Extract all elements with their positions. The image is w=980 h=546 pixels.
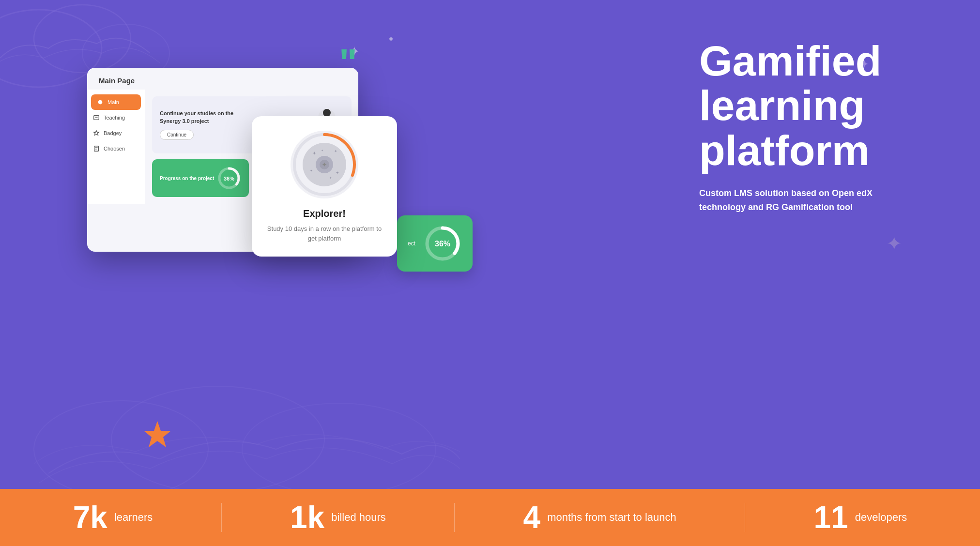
- heading-line3: platform: [699, 128, 941, 173]
- svg-point-11: [323, 109, 331, 117]
- choosen-icon: [93, 145, 100, 152]
- svg-rect-7: [94, 146, 99, 152]
- sub-heading: Custom LMS solution based on Open edX te…: [699, 186, 883, 214]
- sidebar-item-teaching[interactable]: Teaching: [87, 110, 145, 125]
- explorer-badge-inner: ✦ ✦ ✦ ✦ ✦ ✦ ✦: [303, 143, 346, 186]
- svg-text:36%: 36%: [435, 240, 450, 248]
- explorer-card-title: Explorer!: [263, 208, 385, 219]
- lms-sidebar: Main Teaching Badgey: [87, 90, 145, 204]
- progress-card-floating: ect 36%: [397, 215, 473, 272]
- main-heading: Gamified learning platform: [699, 39, 941, 173]
- right-content: Gamified learning platform Custom LMS so…: [699, 39, 941, 214]
- home-icon: [97, 99, 104, 106]
- badgey-icon: [93, 130, 100, 136]
- svg-point-1: [34, 5, 131, 73]
- progress-circle-floating-svg: 36%: [423, 224, 462, 263]
- stat-learners: 7k learners: [73, 502, 153, 533]
- stat-learners-label: learners: [114, 511, 153, 524]
- course-card-title: Continue your studies on the Synergy 3.0…: [160, 110, 237, 125]
- orange-star-decoration: [143, 420, 172, 449]
- svg-point-4: [98, 100, 103, 105]
- progress-circle-container: 36%: [217, 166, 241, 190]
- bottom-stats-bar: 7k learners 1k billed hours 4 months fro…: [0, 489, 980, 546]
- progress-card-label: Progress on the project: [160, 175, 214, 182]
- teaching-icon: [93, 114, 100, 121]
- svg-rect-5: [94, 116, 99, 120]
- heading-line2: learning: [699, 83, 941, 128]
- sidebar-item-main[interactable]: Main: [91, 94, 141, 110]
- cloud-bottom-decoration: [24, 352, 460, 507]
- stat-divider-3: [745, 503, 745, 532]
- stat-billed-hours: 1k billed hours: [290, 502, 386, 533]
- sidebar-item-choosen[interactable]: Choosen: [87, 141, 145, 156]
- continue-button[interactable]: Continue: [160, 130, 194, 140]
- lms-panel-title: Main Page: [99, 76, 347, 85]
- stat-months-label: months from start to launch: [547, 511, 676, 524]
- stat-months-number: 4: [523, 502, 541, 533]
- svg-text:✦: ✦: [321, 149, 323, 152]
- progress-circle-svg: 36%: [217, 166, 241, 190]
- lms-panel-header: Main Page: [87, 68, 358, 90]
- stat-developers-number: 11: [813, 502, 848, 533]
- explorer-card: ✦ ✦ ✦ ✦ ✦ ✦ ✦ Explorer! Study 10 days in…: [252, 116, 397, 257]
- stat-developers-label: developers: [855, 511, 907, 524]
- stat-months: 4 months from start to launch: [523, 502, 676, 533]
- svg-text:✦: ✦: [310, 169, 313, 172]
- stat-learners-number: 7k: [73, 502, 107, 533]
- stat-divider-2: [454, 503, 455, 532]
- svg-text:36%: 36%: [224, 176, 234, 182]
- star-decoration-2: ✦: [387, 34, 395, 45]
- stat-developers: 11 developers: [813, 502, 907, 533]
- stat-billed-hours-label: billed hours: [331, 511, 386, 524]
- sidebar-item-badgey[interactable]: Badgey: [87, 125, 145, 141]
- progress-floating-label: ect: [408, 240, 415, 247]
- progress-card: Progress on the project 36%: [152, 159, 249, 197]
- badge-stars-svg: ✦ ✦ ✦ ✦ ✦ ✦ ✦: [303, 143, 346, 186]
- explorer-badge-circle: ✦ ✦ ✦ ✦ ✦ ✦ ✦: [291, 131, 358, 198]
- svg-marker-3: [144, 421, 171, 447]
- heading-line1: Gamified: [699, 39, 941, 83]
- svg-text:✦: ✦: [329, 176, 332, 180]
- svg-text:✦: ✦: [312, 151, 316, 156]
- explorer-card-description: Study 10 days in a row on the platform t…: [263, 224, 385, 243]
- svg-text:✦: ✦: [336, 170, 339, 175]
- stat-divider-1: [221, 503, 222, 532]
- stat-billed-hours-number: 1k: [290, 502, 324, 533]
- star-decoration-4: ✦: [886, 232, 903, 255]
- svg-text:✦: ✦: [322, 161, 327, 168]
- svg-text:✦: ✦: [334, 149, 337, 153]
